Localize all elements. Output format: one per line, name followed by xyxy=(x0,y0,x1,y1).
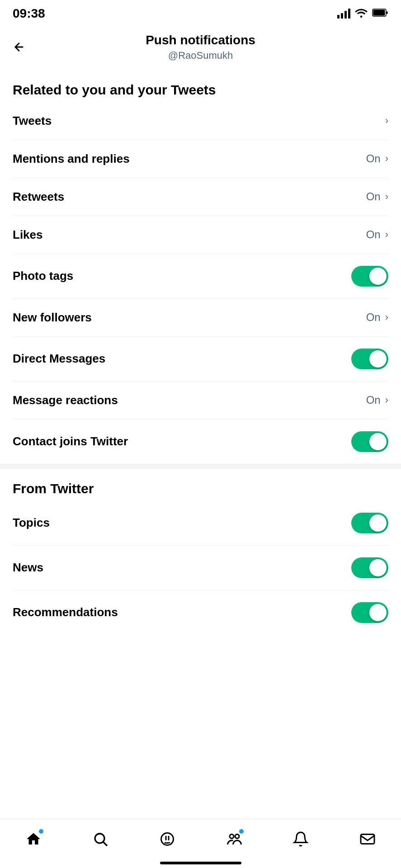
message-reactions-right: On › xyxy=(366,394,388,406)
nav-communities[interactable] xyxy=(217,827,250,851)
spaces-icon xyxy=(159,831,175,847)
svg-point-3 xyxy=(95,834,104,843)
svg-line-4 xyxy=(103,842,107,846)
home-indicator xyxy=(0,855,401,868)
toggle-topics[interactable] xyxy=(351,513,388,533)
label-tweets: Tweets xyxy=(13,114,52,128)
label-mentions: Mentions and replies xyxy=(13,152,130,166)
battery-icon xyxy=(372,8,388,19)
toggle-knob-recommendations xyxy=(369,604,387,621)
label-likes: Likes xyxy=(13,228,43,242)
label-message-reactions: Message reactions xyxy=(13,393,118,407)
nav-messages[interactable] xyxy=(351,827,384,851)
toggle-contact-joins[interactable] xyxy=(351,431,388,452)
label-topics: Topics xyxy=(13,516,50,530)
nav-home[interactable] xyxy=(17,827,50,851)
label-photo-tags: Photo tags xyxy=(13,269,73,283)
wifi-icon xyxy=(355,8,368,19)
home-dot xyxy=(39,829,43,834)
messages-icon xyxy=(359,831,376,847)
nav-search[interactable] xyxy=(84,827,117,851)
retweets-right: On › xyxy=(366,190,388,203)
list-item-message-reactions[interactable]: Message reactions On › xyxy=(13,382,388,420)
list-item-recommendations: Recommendations xyxy=(13,590,388,635)
nav-notifications[interactable] xyxy=(284,827,317,851)
svg-rect-6 xyxy=(165,836,166,841)
status-time: 09:38 xyxy=(13,6,45,21)
home-icon xyxy=(25,831,42,847)
communities-icon xyxy=(226,831,242,847)
notifications-icon xyxy=(292,831,309,847)
back-button[interactable] xyxy=(13,41,25,53)
toggle-news[interactable] xyxy=(351,557,388,578)
section-separator xyxy=(0,464,401,468)
mentions-right: On › xyxy=(366,152,388,165)
list-item-contact-joins: Contact joins Twitter xyxy=(13,420,388,464)
signal-icon xyxy=(337,9,350,19)
page-title: Push notifications xyxy=(146,33,255,48)
label-news: News xyxy=(13,561,43,575)
chevron-new-followers: › xyxy=(385,311,388,323)
toggle-direct-messages[interactable] xyxy=(351,349,388,369)
value-mentions: On xyxy=(366,152,381,165)
chevron-message-reactions: › xyxy=(385,394,388,406)
value-message-reactions: On xyxy=(366,394,381,406)
label-recommendations: Recommendations xyxy=(13,605,118,619)
list-item-likes[interactable]: Likes On › xyxy=(13,216,388,254)
chevron-tweets: › xyxy=(385,115,388,127)
section-related: Related to you and your Tweets Tweets › … xyxy=(0,70,401,464)
toggle-knob-photo-tags xyxy=(369,268,387,285)
value-likes: On xyxy=(366,228,381,241)
status-icons xyxy=(337,8,388,19)
search-icon xyxy=(92,831,109,847)
label-retweets: Retweets xyxy=(13,190,64,204)
header-subtitle: @RaoSumukh xyxy=(168,50,233,61)
label-direct-messages: Direct Messages xyxy=(13,352,105,366)
list-item-photo-tags: Photo tags xyxy=(13,254,388,299)
label-contact-joins: Contact joins Twitter xyxy=(13,434,128,448)
toggle-photo-tags[interactable] xyxy=(351,266,388,287)
list-item-news: News xyxy=(13,546,388,590)
svg-point-9 xyxy=(235,835,239,839)
chevron-mentions: › xyxy=(385,153,388,165)
chevron-likes: › xyxy=(385,229,388,241)
list-item-tweets[interactable]: Tweets › xyxy=(13,102,388,140)
home-bar xyxy=(160,862,241,864)
bottom-nav xyxy=(0,819,401,855)
svg-rect-10 xyxy=(361,835,374,844)
section-related-title: Related to you and your Tweets xyxy=(13,70,388,102)
new-followers-right: On › xyxy=(366,311,388,324)
section-from-twitter: From Twitter Topics News Recommendations xyxy=(0,468,401,635)
svg-point-8 xyxy=(230,835,234,839)
value-new-followers: On xyxy=(366,311,381,324)
tweets-right: › xyxy=(385,115,388,127)
value-retweets: On xyxy=(366,190,381,203)
list-item-direct-messages: Direct Messages xyxy=(13,337,388,382)
toggle-knob-news xyxy=(369,559,387,576)
toggle-recommendations[interactable] xyxy=(351,602,388,623)
status-bar: 09:38 xyxy=(0,0,401,24)
list-item-mentions[interactable]: Mentions and replies On › xyxy=(13,140,388,178)
nav-spaces[interactable] xyxy=(151,827,184,851)
label-new-followers: New followers xyxy=(13,311,92,325)
list-item-topics: Topics xyxy=(13,501,388,546)
svg-rect-1 xyxy=(373,10,385,16)
header: Push notifications @RaoSumukh xyxy=(0,24,401,70)
chevron-retweets: › xyxy=(385,191,388,203)
svg-rect-7 xyxy=(168,836,169,841)
list-item-new-followers[interactable]: New followers On › xyxy=(13,299,388,337)
svg-rect-2 xyxy=(387,11,388,14)
likes-right: On › xyxy=(366,228,388,241)
toggle-knob-contact-joins xyxy=(369,433,387,450)
toggle-knob-topics xyxy=(369,514,387,532)
toggle-knob-direct-messages xyxy=(369,350,387,368)
list-item-retweets[interactable]: Retweets On › xyxy=(13,178,388,216)
section-from-twitter-title: From Twitter xyxy=(13,468,388,501)
communities-dot xyxy=(239,829,244,834)
